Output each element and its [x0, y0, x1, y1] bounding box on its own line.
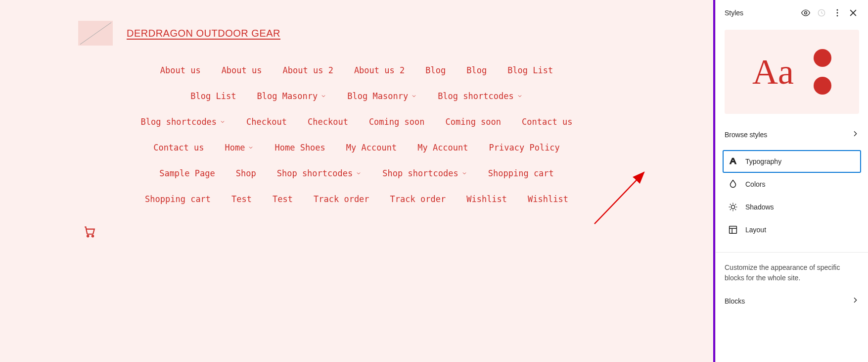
nav-item[interactable]: My Account	[417, 143, 468, 153]
style-preview[interactable]: Aa	[725, 30, 859, 114]
svg-point-1	[92, 235, 93, 237]
style-item-shadows[interactable]: Shadows	[723, 196, 861, 218]
nav-item[interactable]: Test	[231, 194, 252, 204]
blocks-label: Blocks	[725, 297, 745, 305]
nav-item-label: Track order	[314, 194, 369, 204]
nav-item[interactable]: Checkout	[246, 117, 287, 127]
nav-item[interactable]: Shopping cart	[488, 168, 554, 178]
style-item-label: Colors	[745, 180, 765, 188]
chevron-down-icon	[248, 143, 254, 153]
nav-item-label: Checkout	[308, 117, 348, 127]
nav-item-label: Blog List	[190, 91, 236, 101]
nav-item-label: Blog List	[507, 65, 553, 75]
browse-styles-row[interactable]: Browse styles	[716, 122, 868, 147]
style-book-icon[interactable]	[800, 7, 812, 19]
nav-item[interactable]: Coming soon	[445, 117, 501, 127]
nav-item[interactable]: Home	[225, 143, 254, 153]
nav-item-label: About us 2	[354, 65, 405, 75]
nav-item-label: About us	[160, 65, 201, 75]
nav-item[interactable]: Blog Masonry	[347, 91, 417, 101]
nav-item[interactable]: Home Shoes	[274, 143, 325, 153]
nav-item[interactable]: My Account	[346, 143, 397, 153]
nav-item-label: Wishlist	[528, 194, 568, 204]
nav-item-label: Wishlist	[466, 194, 507, 204]
more-icon[interactable]	[831, 7, 843, 19]
site-title[interactable]: DERDRAGON OUTDOOR GEAR	[127, 28, 280, 39]
nav-item[interactable]: Blog List	[190, 91, 236, 101]
chevron-down-icon	[220, 117, 226, 127]
style-item-label: Layout	[745, 226, 766, 234]
nav-item[interactable]: About us	[160, 65, 201, 75]
close-icon[interactable]	[847, 7, 859, 19]
nav-item[interactable]: Blog	[425, 65, 446, 75]
editor-canvas[interactable]: DERDRAGON OUTDOOR GEAR About usAbout usA…	[0, 0, 715, 362]
nav-item-label: Checkout	[246, 117, 287, 127]
chevron-down-icon	[320, 91, 326, 101]
nav-item-label: Blog Masonry	[257, 91, 318, 101]
nav-item-label: My Account	[417, 143, 468, 153]
svg-point-8	[731, 205, 734, 208]
nav-item[interactable]: Wishlist	[528, 194, 568, 204]
style-item-label: Typography	[745, 157, 781, 165]
chevron-down-icon	[461, 168, 467, 178]
nav-item[interactable]: Blog Masonry	[257, 91, 326, 101]
nav-item-label: Shop shortcodes	[277, 168, 353, 178]
nav-item[interactable]: Shop shortcodes	[277, 168, 362, 178]
nav-item-label: Blog shortcodes	[141, 117, 217, 127]
nav-item[interactable]: Checkout	[308, 117, 348, 127]
preview-color-dot	[814, 77, 831, 95]
nav-item[interactable]: Shop	[236, 168, 256, 178]
nav-item[interactable]: Blog shortcodes	[438, 91, 523, 101]
nav-item[interactable]: Contact us	[153, 143, 204, 153]
nav-item-label: Home	[225, 143, 245, 153]
chevron-down-icon	[411, 91, 417, 101]
nav-item-label: Test	[273, 194, 293, 204]
svg-point-6	[837, 12, 838, 14]
style-item-layout[interactable]: Layout	[723, 218, 861, 241]
style-item-typography[interactable]: Typography	[723, 150, 861, 173]
sidebar-header: Styles	[716, 0, 868, 26]
browse-styles-label: Browse styles	[725, 131, 767, 139]
nav-item-label: Privacy Policy	[489, 143, 560, 153]
nav-item[interactable]: Coming soon	[369, 117, 425, 127]
svg-point-7	[837, 15, 838, 16]
chevron-down-icon	[356, 168, 362, 178]
nav-item[interactable]: Test	[273, 194, 293, 204]
nav-item[interactable]: Sample Page	[159, 168, 215, 178]
nav-item-label: Coming soon	[369, 117, 425, 127]
nav-item[interactable]: Blog shortcodes	[141, 117, 226, 127]
nav-item[interactable]: About us 2	[283, 65, 333, 75]
nav-item[interactable]: Privacy Policy	[489, 143, 560, 153]
nav-item[interactable]: Wishlist	[466, 194, 507, 204]
preview-colors	[814, 49, 831, 95]
nav-item[interactable]: Track order	[390, 194, 446, 204]
revisions-icon[interactable]	[816, 7, 827, 19]
style-item-colors[interactable]: Colors	[723, 173, 861, 196]
nav-item-label: Shop	[236, 168, 256, 178]
nav-item[interactable]: About us	[222, 65, 262, 75]
nav-item[interactable]: Contact us	[522, 117, 572, 127]
svg-point-3	[805, 12, 807, 14]
blocks-row[interactable]: Blocks	[716, 288, 868, 313]
site-logo-placeholder[interactable]	[78, 21, 113, 46]
nav-item[interactable]: Shop shortcodes	[382, 168, 467, 178]
nav-item-label: Shopping cart	[488, 168, 554, 178]
nav-item[interactable]: Shopping cart	[145, 194, 211, 204]
nav-item[interactable]: Blog	[466, 65, 487, 75]
shadows-icon	[728, 202, 738, 212]
sidebar-title: Styles	[725, 9, 796, 17]
nav-item-label: Test	[231, 194, 252, 204]
chevron-right-icon	[851, 130, 859, 139]
nav-item[interactable]: Blog List	[507, 65, 553, 75]
style-item-label: Shadows	[745, 203, 774, 211]
nav-item[interactable]: About us 2	[354, 65, 405, 75]
layout-icon	[728, 224, 738, 235]
chevron-down-icon	[517, 91, 523, 101]
nav-item[interactable]: Track order	[314, 194, 369, 204]
svg-point-5	[837, 9, 838, 11]
site-header: DERDRAGON OUTDOOR GEAR	[78, 21, 635, 46]
cart-icon[interactable]	[83, 225, 635, 240]
nav-item-label: Coming soon	[445, 117, 501, 127]
nav-item-label: Home Shoes	[274, 143, 325, 153]
chevron-right-icon	[851, 296, 859, 306]
